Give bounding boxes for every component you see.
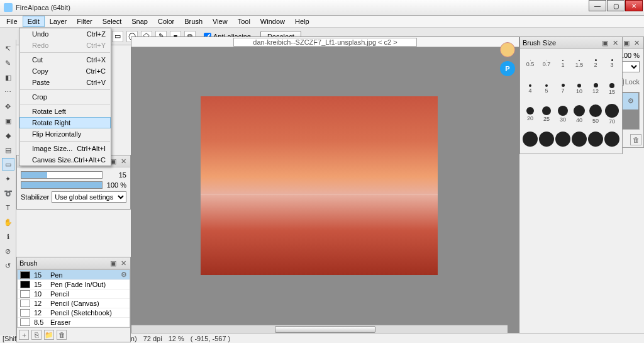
h-scrollbar[interactable]	[131, 325, 508, 334]
brush-size-preset[interactable]	[539, 127, 554, 151]
close-button[interactable]: ✕	[625, 0, 643, 11]
brush-size-preset[interactable]: 30	[555, 102, 570, 126]
divide-tool-icon[interactable]: ⊘	[2, 245, 14, 257]
brush-size-preset[interactable]: 15	[604, 77, 619, 101]
menu-brush[interactable]: Brush	[179, 16, 208, 27]
move-tool-icon[interactable]: ✥	[2, 100, 14, 113]
brush-preset[interactable]: 15Pen⚙	[18, 270, 130, 280]
menu-paste[interactable]: PasteCtrl+V	[19, 77, 111, 88]
menu-image-size[interactable]: Image Size...Ctrl+Alt+I	[19, 143, 111, 154]
menu-canvas-size[interactable]: Canvas Size...Ctrl+Alt+C	[19, 154, 111, 166]
bucket-tool-icon[interactable]: ◆	[2, 129, 14, 142]
brush-size-preset[interactable]: 7	[555, 77, 570, 101]
edit-menu-popup: UndoCtrl+Z RedoCtrl+Y CutCtrl+X CopyCtrl…	[19, 28, 111, 166]
fill-tool-icon[interactable]: ▣	[2, 115, 14, 127]
stabilizer-select[interactable]: Use global settings	[52, 191, 126, 203]
menu-rotate-left[interactable]: Rotate Left	[19, 106, 111, 117]
brush-preset[interactable]: 12Pencil (Canvas)	[18, 299, 130, 308]
brush-size-preset[interactable]: 1	[555, 52, 570, 76]
brush-size-preset[interactable]: 50	[588, 102, 603, 126]
arrow-tool-icon[interactable]: ↸	[2, 42, 14, 55]
document-tab[interactable]: dan-kreibich--SZCZF7_Lf1-unsplash.jpg < …	[233, 38, 416, 47]
panel-close-icon[interactable]: ✕	[632, 38, 641, 47]
eyedropper-tool-icon[interactable]: ℹ	[2, 230, 14, 243]
menu-layer[interactable]: Layer	[45, 16, 72, 27]
menu-help[interactable]: Help	[290, 16, 314, 27]
menu-select[interactable]: Select	[97, 16, 127, 27]
maximize-button[interactable]: ▢	[607, 0, 625, 11]
brush-preset[interactable]: 10Pencil	[18, 290, 130, 299]
panel-close-icon[interactable]: ✕	[119, 157, 128, 166]
menu-redo: RedoCtrl+Y	[19, 40, 111, 51]
gradient-tool-icon[interactable]: ▤	[2, 143, 14, 156]
add-brush-icon[interactable]: ＋	[19, 330, 29, 340]
folder-brush-icon[interactable]: 📁	[44, 330, 54, 340]
dup-brush-icon[interactable]: ⎘	[31, 330, 42, 340]
menu-copy[interactable]: CopyCtrl+C	[19, 65, 111, 77]
delete-brush-icon[interactable]: 🗑	[57, 330, 67, 340]
menu-tool[interactable]: Tool	[233, 16, 255, 27]
menu-edit[interactable]: Edit	[23, 16, 45, 27]
panel-dock-icon[interactable]: ▣	[601, 38, 609, 47]
canvas-image[interactable]	[201, 96, 438, 275]
gear-icon[interactable]: ⚙	[628, 97, 636, 106]
brush-size-preset[interactable]: 2	[588, 52, 603, 76]
menu-color[interactable]: Color	[153, 16, 179, 27]
panel-dock-icon[interactable]: ▣	[622, 38, 631, 47]
brush-size-preset[interactable]: 40	[572, 102, 587, 126]
brush-size-preset[interactable]: 25	[539, 102, 554, 126]
brush-size-preset[interactable]	[555, 127, 570, 151]
brush-size-preset[interactable]: 4	[523, 77, 538, 101]
brush-size-preset[interactable]: 10	[572, 77, 587, 101]
brush-size-preset[interactable]: 5	[539, 77, 554, 101]
menu-file[interactable]: File	[1, 16, 23, 27]
brush-size-preset[interactable]	[588, 127, 603, 151]
dot-tool-icon[interactable]: ⋯	[2, 86, 14, 98]
brush-size-slider[interactable]	[21, 171, 103, 179]
brush-preset[interactable]: 12Pencil (Sketchbook)	[18, 308, 130, 318]
menu-rotate-right[interactable]: Rotate Right	[19, 117, 111, 128]
brush-opacity-slider[interactable]	[21, 181, 103, 189]
sel-rect-icon[interactable]: ▭	[112, 31, 123, 42]
select-tool-icon[interactable]: ▭	[2, 158, 14, 171]
brush-size-preset[interactable]	[572, 127, 587, 151]
panel-dock-icon[interactable]: ▣	[109, 259, 118, 267]
menubar: FileEditLayerFilterSelectSnapColorBrushV…	[0, 16, 644, 28]
titlebar: FireAlpaca (64bit) — ▢ ✕	[0, 0, 644, 16]
wand-tool-icon[interactable]: ✦	[2, 172, 14, 185]
menu-flip-horizontal[interactable]: Flip Horizontally	[19, 128, 111, 140]
brush-preset[interactable]: 15Pen (Fade In/Out)	[18, 280, 130, 290]
brush-size-preset[interactable]: 0.5	[523, 52, 538, 76]
menu-window[interactable]: Window	[255, 16, 290, 27]
avatar-icon[interactable]	[500, 42, 515, 57]
window-title: FireAlpaca (64bit)	[16, 4, 70, 11]
lasso-tool-icon[interactable]: ➰	[2, 187, 14, 200]
canvas-area: dan-kreibich--SZCZF7_Lf1-unsplash.jpg < …	[131, 37, 519, 334]
brush-size-preset[interactable]: 20	[523, 102, 538, 126]
brush-size-preset[interactable]	[604, 127, 619, 151]
brush-preset[interactable]: 8.5Eraser	[18, 318, 130, 327]
p-badge-icon[interactable]: P	[500, 61, 515, 76]
brush-size-preset[interactable]: 12	[588, 77, 603, 101]
rotate-tool-icon[interactable]: ↺	[2, 259, 14, 272]
eraser-tool-icon[interactable]: ◧	[2, 71, 14, 84]
panel-close-icon[interactable]: ✕	[611, 38, 619, 47]
menu-crop[interactable]: Crop	[19, 91, 111, 103]
hand-tool-icon[interactable]: ✋	[2, 216, 14, 228]
menu-cut[interactable]: CutCtrl+X	[19, 54, 111, 65]
minimize-button[interactable]: —	[589, 0, 606, 11]
tool-palette: ↸ ✎ ◧ ⋯ ✥ ▣ ◆ ▤ ▭ ✦ ➰ T ✋ ℹ ⊘ ↺	[0, 40, 16, 335]
brush-size-preset[interactable]: 70	[604, 102, 619, 126]
panel-close-icon[interactable]: ✕	[119, 259, 128, 267]
menu-view[interactable]: View	[208, 16, 233, 27]
brush-size-preset[interactable]: 3	[604, 52, 619, 76]
brush-size-preset[interactable]: 1.5	[572, 52, 587, 76]
menu-filter[interactable]: Filter	[72, 16, 97, 27]
brush-tool-icon[interactable]: ✎	[2, 57, 14, 69]
menu-snap[interactable]: Snap	[126, 16, 153, 27]
menu-undo[interactable]: UndoCtrl+Z	[19, 28, 111, 40]
delete-layer-icon[interactable]: 🗑	[630, 134, 641, 145]
text-tool-icon[interactable]: T	[2, 201, 14, 214]
brush-size-preset[interactable]: 0.7	[539, 52, 554, 76]
brush-size-preset[interactable]	[523, 127, 538, 151]
